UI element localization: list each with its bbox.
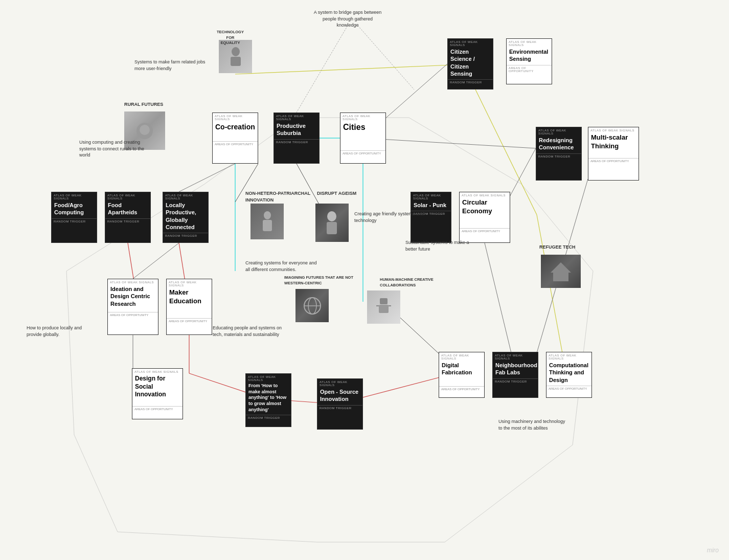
card-design-social-footer: AREAS OF OPPORTUNITY [132,406,183,412]
card-solar-title: Solar - Punk [411,200,451,211]
card-maker-title: Maker Education [167,287,212,308]
card-food-agro-footer: RANDOM TRIGGER [52,218,97,225]
card-circular-title: Circular Economy [460,197,510,218]
svg-rect-30 [231,57,241,66]
card-circular-economy[interactable]: ATLAS OF WEAK SIGNALS Circular Economy A… [459,192,510,243]
card-multi-header: ATLAS OF WEAK SIGNALS [588,127,639,132]
card-multi-footer: AREAS OF OPPORTUNITY [588,158,639,164]
card-neighbour-footer: RANDOM TRIGGER [493,378,538,385]
card-computational[interactable]: ATLAS OF WEAK SIGNALS Computational Thin… [546,352,592,398]
card-open-source-title: Open - Source Innovation [317,387,362,405]
card-ideation-footer: AREAS OF OPPORTUNITY [108,312,158,318]
tech-equality-text: TECHNOLOGYFOREQUALITY [209,30,252,46]
annotation-imagining: IMAGINING FUTURES THAT ARE NOT WESTERN-C… [284,275,356,286]
annotation-age-friendly: Creating age friendly systems and techno… [354,211,426,223]
card-maker-header: ATLAS OF WEAK SIGNALS [167,279,212,287]
svg-rect-34 [263,220,272,231]
card-how-to-make-header: ATLAS OF WEAK SIGNALS [246,374,291,382]
card-co-creation-header: ATLAS OF WEAK SIGNALS [213,113,258,121]
canvas: TECHNOLOGYFOREQUALITY ATLAS OF WEAK SIGN… [0,0,729,560]
card-food-agro-title: Food/Agro Computing [52,200,97,218]
img-imagining [295,289,329,322]
card-co-creation-title: Co-creation [213,121,258,133]
annotation-farm: Systems to make farm related jobs more u… [134,59,206,72]
card-food-apart-header: ATLAS OF WEAK SIGNALS [105,192,150,200]
card-cities-title: Cities [340,121,385,135]
svg-point-32 [140,125,150,135]
card-prod-sub-footer: RANDOM TRIGGER [274,139,319,145]
card-citizen-science-title: Citizen Science / Citizen Sensing [448,47,493,79]
svg-line-27 [297,26,348,113]
card-neighbourhood-fab[interactable]: ATLAS OF WEAK SIGNALS Neighbourhood Fab … [492,352,538,398]
card-citizen-science[interactable]: ATLAS OF WEAK SIGNALS Citizen Science / … [447,38,493,89]
card-neighbour-title: Neighbourhood Fab Labs [493,360,538,378]
img-disrupt [315,204,349,242]
annotation-refugee-tech: REFUGEE TECH [539,244,576,251]
card-redesign-footer: RANDOM TRIGGER [536,153,581,160]
svg-rect-42 [379,305,389,313]
card-how-to-make-footer: RANDOM TRIGGER [246,415,291,421]
card-ideation-title: Ideation and Design Centric Research [108,284,158,309]
card-design-social-header: ATLAS OF WEAK SIGNALS [132,369,183,373]
card-locally-title: Locally Productive, Globally Connected [163,200,208,233]
annotation-rural-futures: RURAL FUTURES [124,101,163,108]
svg-line-15 [133,243,179,279]
card-how-to-make-title: From 'How to make almost anything' to 'H… [246,382,291,415]
card-citizen-science-header: ATLAS OF WEAK SIGNALS [448,39,493,47]
annotation-educating: Educating people and systems on tech, ma… [213,325,284,338]
card-computational-footer: AREAS OF OPPORTUNITY [546,386,591,392]
card-cities[interactable]: ATLAS OF WEAK SIGNALS Cities AREAS OF OP… [340,113,386,164]
img-non-hetero [250,204,284,239]
miro-watermark: miro [707,547,719,554]
card-open-source-header: ATLAS OF WEAK SIGNALS [317,379,362,387]
card-digital-fab[interactable]: ATLAS OF WEAK SIGNALS Digital Fabricatio… [439,352,485,398]
svg-line-20 [485,243,511,353]
card-from-how-to-make[interactable]: ATLAS OF WEAK SIGNALS From 'How to make … [245,373,291,427]
card-env-sensing-title: Environmental Sensing [507,47,552,65]
card-redesign-title: Redesigning Convenience [536,135,581,153]
card-computational-header: ATLAS OF WEAK SIGNALS [546,352,591,360]
card-food-apartheids[interactable]: ATLAS OF WEAK SIGNALS Food Apartheids RA… [105,192,151,243]
card-co-creation-footer: AREAS OF OPPORTUNITY [213,141,258,147]
svg-line-18 [363,138,536,148]
annotation-computing: Using computing and creating systems to … [79,139,151,159]
card-design-social-title: Design for Social Innovation [132,373,183,401]
card-productive-suburbia[interactable]: ATLAS OF WEAK SIGNALS Productive Suburbi… [274,113,320,164]
annotation-sustainable: Sustainable systems to make a better fut… [405,239,477,252]
card-multi-title: Multi-scalar Thinking [588,132,639,153]
svg-point-29 [232,47,240,56]
card-cities-footer: AREAS OF OPPORTUNITY [340,150,385,156]
svg-line-14 [179,164,235,192]
card-multi-scalar[interactable]: ATLAS OF WEAK SIGNALS Multi-scalar Think… [588,127,639,181]
svg-rect-36 [327,222,337,234]
card-co-creation[interactable]: ATLAS OF WEAK SIGNALS Co-creation AREAS … [212,113,258,164]
svg-point-33 [264,211,271,219]
annotation-human-machine: HUMAN-MACHINE CREATIVE COLLABORATIONS [380,277,451,288]
card-circular-footer: AREAS OF OPPORTUNITY [460,228,510,234]
annotation-bridge: A system to bridge gaps between people t… [312,9,383,29]
card-maker-education[interactable]: ATLAS OF WEAK SIGNALS Maker Education AR… [166,279,212,335]
card-digital-fab-title: Digital Fabrication [439,360,484,378]
card-env-sensing-header: ATLAS OF WEAK SIGNALS [507,39,552,47]
card-env-sensing-footer: AREAS OF OPPORTUNITY [507,65,552,74]
img-refugee [541,255,581,288]
card-open-source[interactable]: ATLAS OF WEAK SIGNALS Open - Source Inno… [317,378,363,430]
card-food-agro[interactable]: ATLAS OF WEAK SIGNALS Food/Agro Computin… [51,192,97,243]
card-design-social[interactable]: ATLAS OF WEAK SIGNALS Design for Social … [132,368,183,419]
svg-line-28 [358,26,414,89]
card-neighbour-header: ATLAS OF WEAK SIGNALS [493,352,538,360]
svg-marker-37 [551,262,571,281]
card-locally-productive[interactable]: ATLAS OF WEAK SIGNALS Locally Productive… [163,192,209,243]
card-maker-footer: AREAS OF OPPORTUNITY [167,318,212,324]
annotation-how-to-produce: How to produce locally and provide globa… [27,325,98,338]
card-locally-footer: RANDOM TRIGGER [163,233,208,239]
card-ideation-design[interactable]: ATLAS OF WEAK SIGNALS Ideation and Desig… [107,279,158,335]
card-citizen-science-footer: RANDOM TRIGGER [448,79,493,85]
card-cities-header: ATLAS OF WEAK SIGNALS [340,113,385,121]
card-food-apart-footer: RANDOM TRIGGER [105,218,150,225]
card-prod-sub-title: Productive Suburbia [274,121,319,139]
card-food-apart-title: Food Apartheids [105,200,150,218]
card-redesign-header: ATLAS OF WEAK SIGNALS [536,127,581,135]
card-redesigning-convenience[interactable]: ATLAS OF WEAK SIGNALS Redesigning Conven… [536,127,582,181]
card-environmental-sensing[interactable]: ATLAS OF WEAK SIGNALS Environmental Sens… [506,38,552,84]
